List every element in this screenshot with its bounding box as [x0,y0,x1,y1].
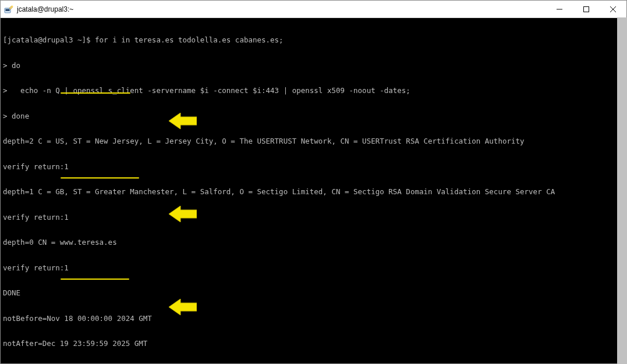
svg-rect-4 [584,6,589,12]
terminal-line: [jcatala@drupal3 ~]$ for i in teresa.es … [3,36,624,45]
close-button[interactable] [600,1,626,17]
terminal-line: depth=1 C = GB, ST = Greater Manchester,… [3,188,624,197]
highlight-underline [61,177,139,179]
terminal-line: > echo -n Q | openssl s_client -serverna… [3,87,624,95]
terminal-area[interactable]: [jcatala@drupal3 ~]$ for i in teresa.es … [1,18,626,363]
terminal-line: DONE [3,289,624,298]
terminal-line: verify return:1 [3,213,624,222]
scrollbar[interactable] [617,17,627,364]
highlight-underline [61,92,130,94]
highlight-arrow-icon [169,113,197,129]
terminal-line: notAfter=Dec 19 23:59:59 2025 GMT [3,340,624,348]
terminal-line: > do [3,62,624,70]
terminal-line: > done [3,112,624,121]
minimize-button[interactable] [546,1,573,17]
terminal-line: depth=0 CN = www.teresa.es [3,238,624,247]
highlight-arrow-icon [169,206,197,222]
titlebar[interactable]: jcatala@drupal3:~ [1,1,626,18]
terminal-line: notBefore=Nov 18 00:00:00 2024 GMT [3,315,624,323]
terminal-line: verify return:1 [3,264,624,273]
maximize-button[interactable] [573,1,600,17]
highlight-underline [61,279,129,280]
window-title: jcatala@drupal3:~ [17,5,546,13]
terminal-window: jcatala@drupal3:~ [jcatala@drupal3 ~]$ f… [0,0,627,364]
terminal-line: depth=2 C = US, ST = New Jersey, L = Jer… [3,137,624,146]
svg-rect-1 [6,9,10,11]
scrollbar-thumb[interactable] [617,17,627,364]
window-controls [546,1,626,17]
highlight-arrow-icon [169,299,197,315]
svg-point-2 [12,5,13,7]
terminal-line: verify return:1 [3,163,624,172]
putty-icon [4,5,13,14]
